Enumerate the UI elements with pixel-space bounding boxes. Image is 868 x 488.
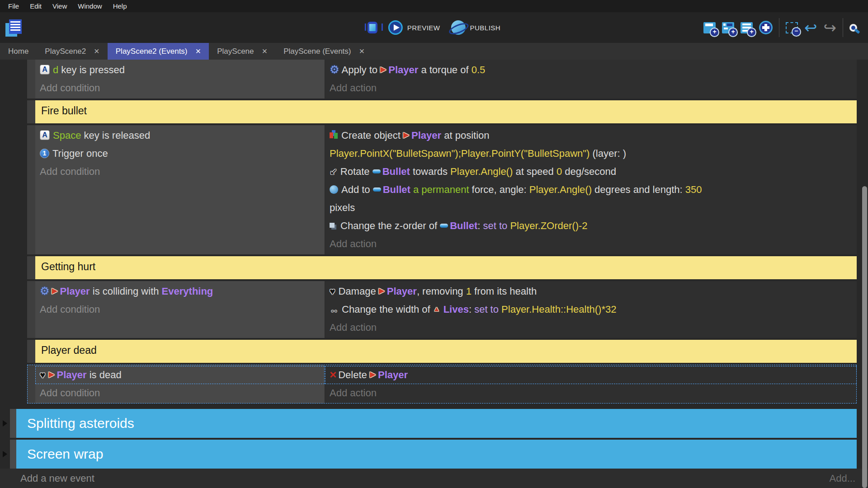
event-drag-handle[interactable] [27,365,35,404]
add-event-icon[interactable] [703,22,716,33]
condition-line[interactable]: ASpace key is released [35,127,325,145]
player-object-icon: ▶ [52,282,58,300]
text-segment: Player.Angle() [529,184,592,195]
text-segment: 0.5 [472,64,486,75]
expand-group-icon[interactable] [3,451,7,457]
tab-playscene-events[interactable]: PlayScene (Events) × [275,43,373,60]
text-segment: Everything [162,286,213,297]
group-title[interactable]: Splitting asteroids [16,409,857,438]
text-segment: a permanent [413,184,469,195]
add-condition-placeholder[interactable]: Add condition [35,163,325,181]
menu-edit[interactable]: Edit [24,2,47,10]
event-drag-handle[interactable] [27,281,35,338]
comment-drag-handle[interactable] [27,340,35,363]
text-segment: Player [411,130,441,141]
text-segment: : [477,220,483,231]
preview-button[interactable]: PREVIEW [388,20,440,35]
action-line[interactable]: ♥Damage ▶Player, removing 1 from its hea… [325,282,857,300]
redo-icon[interactable]: ↪ [824,21,837,34]
close-tab-icon[interactable]: × [94,47,99,55]
condition-line[interactable]: ♥▶Player is dead [35,366,325,384]
add-button[interactable]: Add... [830,473,855,484]
toolbar-center-group: PREVIEW PUBLISH [368,20,500,35]
actions-column: Create object ▶Player at position Player… [325,125,857,254]
comment-drag-handle[interactable] [27,100,35,123]
text-segment: is dead [87,369,122,380]
close-tab-icon[interactable]: × [359,47,364,55]
menu-help[interactable]: Help [108,2,132,10]
action-line[interactable]: ↔Change the width of ▲Lives: set to Play… [325,300,857,319]
publish-label: PUBLISH [470,24,500,32]
menu-window[interactable]: Window [72,2,107,10]
globe-icon [451,20,465,35]
tab-label: PlayScene2 (Events) [116,47,188,56]
close-tab-icon[interactable]: × [262,47,268,55]
event-getting-hurt: ⚙▶Player is colliding with Everything Ad… [27,281,857,338]
text-segment: Trigger once [52,148,108,159]
text-segment: Lives [443,304,469,315]
vertical-scrollbar-thumb[interactable] [862,186,867,488]
add-condition-placeholder[interactable]: Add condition [35,384,325,402]
menu-file[interactable]: File [3,2,24,10]
comment-drag-handle[interactable] [27,256,35,279]
search-icon[interactable] [849,24,857,32]
trigger-once-icon: 1 [40,149,49,158]
action-line[interactable]: ⚙Apply to ▶Player a torque of 0.5 [325,61,857,79]
tab-playscene[interactable]: PlayScene × [209,43,275,60]
conditions-column: ASpace key is released 1Trigger once Add… [35,125,325,254]
text-segment: Bullet [383,184,410,195]
conditions-column: ⚙▶Player is colliding with Everything Ad… [35,281,325,338]
tab-home[interactable]: Home [0,43,37,60]
action-line[interactable]: Create object ▶Player at position Player… [325,127,857,163]
delete-selection-icon[interactable] [786,22,798,33]
event-drag-handle[interactable] [27,125,35,254]
event-player-dead: ♥▶Player is dead Add condition ×Delete ▶… [27,365,857,404]
toolbar-separator [779,18,779,37]
tab-playscene2-events[interactable]: PlayScene2 (Events) × [108,43,209,60]
condition-line[interactable]: 1Trigger once [35,145,325,163]
project-manager-front-sheet [9,19,22,34]
group-title[interactable]: Screen wrap [16,440,857,469]
tab-playscene2[interactable]: PlayScene2 × [37,43,107,60]
comment-player-dead: Player dead [27,340,857,363]
add-subevent-icon[interactable] [722,22,734,33]
menu-view[interactable]: View [47,2,72,10]
text-segment: 350 [685,184,702,195]
undo-icon[interactable]: ↩ [804,21,817,34]
add-condition-placeholder[interactable]: Add condition [35,300,325,319]
add-action-placeholder[interactable]: Add action [325,79,857,97]
add-action-placeholder[interactable]: Add action [325,384,857,402]
add-action-placeholder[interactable]: Add action [325,319,857,337]
add-action-placeholder[interactable]: Add action [325,235,857,253]
add-new-event-placeholder[interactable]: Add a new event [20,473,94,484]
actions-column: ×Delete ▶Player Add action [325,365,857,404]
condition-line[interactable]: Ad key is pressed [35,61,325,79]
action-line[interactable]: Change the z-order of Bullet: set to Pla… [325,217,857,235]
add-other-event-icon[interactable] [759,21,773,34]
group-drag-handle[interactable] [10,409,16,438]
text-segment: force, angle: [469,184,529,195]
action-line[interactable]: ↙Rotate Bullet towards Player.Angle() at… [325,163,857,181]
comment-text[interactable]: Fire bullet [35,100,857,123]
text-segment: Player [60,286,90,297]
text-segment: Change the width of [342,304,433,315]
collision-icon: ⚙ [40,282,50,300]
comment-text[interactable]: Getting hurt [35,256,857,279]
event-drag-handle[interactable] [27,60,35,99]
group-drag-handle[interactable] [10,440,16,469]
comment-text[interactable]: Player dead [35,340,857,363]
menu-bar: File Edit View Window Help [0,0,868,12]
project-manager-icon[interactable] [5,19,22,37]
add-condition-placeholder[interactable]: Add condition [35,79,325,97]
publish-button[interactable]: PUBLISH [451,20,500,35]
condition-line[interactable]: ⚙▶Player is colliding with Everything [35,282,325,300]
debug-icon[interactable] [368,22,377,33]
text-segment: d [53,64,61,75]
text-segment: Player.Health::Health()*32 [501,304,616,315]
add-comment-icon[interactable] [741,22,753,33]
action-line[interactable]: ×Delete ▶Player [325,366,857,384]
close-tab-icon[interactable]: × [196,47,201,55]
action-line[interactable]: Add to Bullet a permanent force, angle: … [325,181,857,217]
expand-group-icon[interactable] [3,420,7,427]
comment-fire-bullet: Fire bullet [27,100,857,123]
